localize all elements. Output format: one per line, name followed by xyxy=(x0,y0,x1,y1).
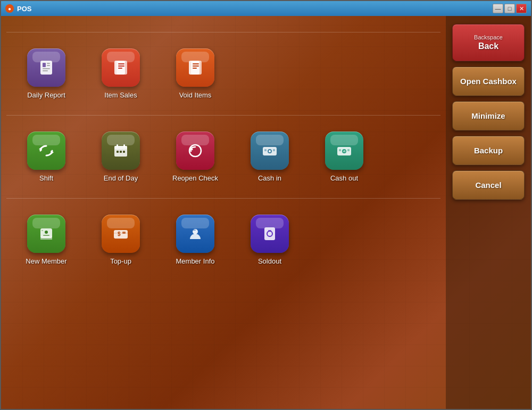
svg-point-29 xyxy=(269,150,271,152)
cash-out-item[interactable]: $ Cash out xyxy=(307,126,381,187)
open-cashbox-button[interactable]: Open Cashbox xyxy=(452,67,525,96)
cash-in-icon xyxy=(251,132,289,170)
minimize-button[interactable]: Minimize xyxy=(452,101,525,130)
svg-rect-15 xyxy=(193,68,197,69)
end-of-day-label: End of Day xyxy=(104,174,138,182)
maximize-window-button[interactable]: □ xyxy=(504,4,515,13)
reopen-check-label: Reopen Check xyxy=(172,174,218,182)
daily-report-item[interactable]: Daily Report xyxy=(9,43,84,104)
cancel-button[interactable]: Cancel xyxy=(452,170,525,200)
svg-rect-46 xyxy=(114,233,128,234)
shift-icon xyxy=(27,132,65,170)
svg-rect-2 xyxy=(47,63,50,64)
cash-out-label: Cash out xyxy=(330,174,358,182)
svg-rect-5 xyxy=(43,70,48,71)
daily-report-label: Daily Report xyxy=(27,91,65,99)
svg-rect-14 xyxy=(193,65,199,67)
item-sales-item[interactable]: Item Sales xyxy=(84,43,158,104)
svg-rect-8 xyxy=(118,63,124,64)
member-info-icon xyxy=(176,215,214,253)
cash-in-item[interactable]: Cash in xyxy=(232,126,307,187)
svg-text:$: $ xyxy=(118,231,121,237)
svg-rect-31 xyxy=(273,149,275,151)
svg-rect-24 xyxy=(123,151,125,153)
svg-rect-23 xyxy=(120,151,122,153)
back-button[interactable]: Backspace Back xyxy=(452,24,525,61)
reopen-check-icon xyxy=(176,132,214,170)
main-window: ● POS — □ ✕ xyxy=(0,0,532,410)
svg-rect-42 xyxy=(41,230,43,231)
svg-rect-36 xyxy=(347,149,350,151)
shift-label: Shift xyxy=(39,174,53,182)
shift-item[interactable]: Shift xyxy=(9,126,84,187)
item-sales-label: Item Sales xyxy=(104,91,137,99)
soldout-label: Soldout xyxy=(258,257,281,265)
row3-grid: New Member $ Top-up xyxy=(6,204,440,276)
svg-rect-22 xyxy=(117,151,119,153)
window-title: POS xyxy=(17,5,31,13)
svg-rect-3 xyxy=(47,65,50,66)
minimize-window-button[interactable]: — xyxy=(493,4,503,13)
divider-mid xyxy=(6,115,440,116)
svg-rect-35 xyxy=(339,149,341,151)
new-member-item[interactable]: New Member xyxy=(9,209,84,270)
svg-point-40 xyxy=(45,231,48,234)
divider-bot xyxy=(6,198,440,199)
divider-top xyxy=(6,32,440,32)
new-member-label: New Member xyxy=(26,257,66,265)
titlebar: ● POS — □ ✕ xyxy=(1,1,531,16)
minimize-label: Minimize xyxy=(471,111,505,120)
row2-grid: Shift End xyxy=(6,121,440,193)
titlebar-buttons: — □ ✕ xyxy=(493,4,527,13)
close-window-button[interactable]: ✕ xyxy=(516,4,527,13)
svg-rect-4 xyxy=(43,68,50,69)
svg-rect-39 xyxy=(40,236,52,240)
void-items-label: Void Items xyxy=(179,91,212,99)
svg-rect-9 xyxy=(118,65,124,67)
top-up-item[interactable]: $ Top-up xyxy=(84,209,158,270)
svg-rect-13 xyxy=(193,63,199,64)
member-info-item[interactable]: Member Info xyxy=(158,209,232,270)
svg-rect-19 xyxy=(114,146,127,149)
svg-rect-48 xyxy=(193,229,196,231)
app-icon: ● xyxy=(5,4,14,13)
svg-rect-41 xyxy=(43,235,49,236)
svg-rect-20 xyxy=(117,144,118,147)
open-cashbox-label: Open Cashbox xyxy=(460,77,517,86)
row1-grid: Daily Report Item Sales xyxy=(6,38,440,110)
soldout-item[interactable]: Soldout xyxy=(232,209,307,270)
svg-rect-21 xyxy=(123,144,125,147)
left-panel: Daily Report Item Sales xyxy=(1,16,446,409)
back-main-label: Back xyxy=(478,42,498,51)
new-member-icon xyxy=(27,215,65,253)
end-of-day-icon xyxy=(102,132,140,170)
svg-rect-49 xyxy=(264,227,275,240)
svg-rect-0 xyxy=(40,61,52,75)
reopen-check-item[interactable]: Reopen Check xyxy=(158,126,232,187)
cash-out-icon: $ xyxy=(325,132,363,170)
svg-rect-10 xyxy=(118,68,122,69)
top-up-icon: $ xyxy=(102,215,140,253)
cancel-label: Cancel xyxy=(475,181,501,190)
svg-rect-51 xyxy=(268,230,271,232)
titlebar-left: ● POS xyxy=(5,4,31,13)
member-info-label: Member Info xyxy=(176,257,215,265)
svg-rect-1 xyxy=(43,63,46,67)
back-sub-label: Backspace xyxy=(474,34,503,40)
main-content: Daily Report Item Sales xyxy=(1,16,531,409)
end-of-day-item[interactable]: End of Day xyxy=(84,126,158,187)
void-items-icon xyxy=(176,48,214,87)
right-panel: Backspace Back Open Cashbox Minimize Bac… xyxy=(446,16,531,409)
top-up-label: Top-up xyxy=(110,257,131,265)
soldout-icon xyxy=(251,215,289,253)
daily-report-icon xyxy=(27,48,65,87)
svg-rect-30 xyxy=(264,149,267,151)
backup-button[interactable]: Backup xyxy=(452,136,525,165)
backup-label: Backup xyxy=(474,146,503,155)
item-sales-icon xyxy=(102,48,140,87)
cash-in-label: Cash in xyxy=(258,174,281,182)
void-items-item[interactable]: Void Items xyxy=(158,43,232,104)
svg-rect-43 xyxy=(114,230,128,239)
